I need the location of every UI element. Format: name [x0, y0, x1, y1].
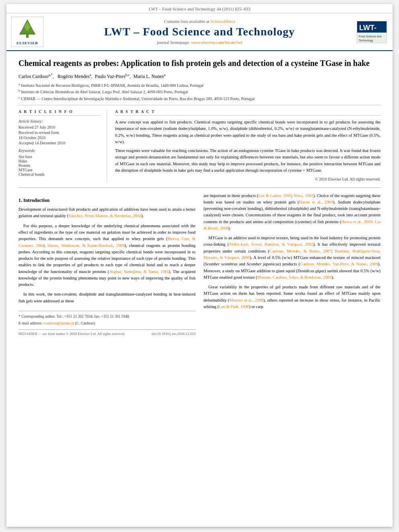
body-cols: 1. Introduction Development of restructu… [19, 193, 380, 339]
doi-text: doi:10.1016/j.lwt.2010.12.015 [152, 331, 195, 337]
keyword-5: Chemical bonds [19, 172, 101, 177]
lwt-logo-box: LWT- Food Science and Technology [356, 21, 388, 43]
revised-label: Received in revised form [19, 130, 101, 135]
footnote-corresponding: * Corresponding author. Tel.: +351 21 30… [19, 314, 195, 320]
citation-sanchez[interactable]: Sánchez, Pérez-Mateos, & Borderías, 2004 [68, 214, 141, 218]
history-label: Article history: [19, 119, 101, 123]
keyword-3: Protein [19, 163, 101, 168]
keyword-1: Sea bass [19, 154, 101, 159]
elsevier-logo: ELSEVIER [11, 16, 43, 47]
sciencedirect-line: Contents lists available at ScienceDirec… [43, 19, 356, 24]
received-date: Received 27 July 2010 [19, 125, 101, 129]
accepted-date: Accepted 14 December 2010 [19, 141, 101, 145]
citation-cardoso-2007[interactable]: Cardoso, Mendes, & Nunes, 2007 [269, 249, 331, 253]
body-divider [19, 187, 380, 188]
affiliations: a Instituto Nacional de Recursos Biológi… [19, 82, 380, 102]
affiliation-a: a Instituto Nacional de Recursos Biológi… [19, 82, 380, 88]
author-4: Maria L. Nunesa [134, 74, 166, 79]
abstract-para-2: These reagents were valuable for reachin… [115, 148, 380, 174]
author-2: Rogério Mendesa [58, 74, 91, 79]
journal-homepage: journal homepage: www.elsevier.com/locat… [43, 40, 356, 45]
elsevier-tree-icon [15, 18, 39, 39]
keyword-4: MTGase [19, 168, 101, 172]
citation-lee-lanier[interactable]: Lee & Lanier, 1995 [258, 193, 291, 198]
citation-havea-2009[interactable]: Havea, Watkinson, & Kuhn-Sherlock, 2009 [47, 243, 125, 248]
journal-header-top: LWT – Food Science and Technology 44 (20… [6, 4, 393, 13]
author-1: Carlos Cardosoa,* [19, 74, 53, 79]
right-para-2: MTGase is an additive used to improve te… [204, 235, 380, 281]
citation-asghar[interactable]: Asghar, Samejima, & Yasui, 1985 [109, 269, 169, 274]
banner-center: Contents lists available at ScienceDirec… [43, 19, 356, 45]
citation-cardoso-2009[interactable]: Cardoso, Mendes, Vaz-Pires, & Nunes, 200… [300, 262, 378, 266]
species-3: Dosidicus gigas [297, 269, 325, 273]
body-right-col: are important in these products (Lee & L… [204, 193, 380, 339]
svg-text:LWT-: LWT- [359, 24, 376, 32]
citation-havea-liu[interactable]: Havea et al., 2009; Liu & Hsieh, 2008 [204, 220, 380, 230]
article-info-col: A R T I C L E I N F O Article history: R… [19, 109, 107, 183]
species-2: Scomber japonicus [247, 262, 279, 266]
keywords-label: Keywords: [19, 148, 101, 153]
abstract-text: A new concept was applied to fish produc… [115, 119, 380, 183]
issn-text: 0023-6438/$ — see front matter © 2010 El… [19, 331, 125, 337]
article-info-label: A R T I C L E I N F O [19, 109, 101, 116]
intro-para-3: In this work, the non-covalent, disulphi… [19, 291, 195, 304]
svg-text:Food Science and: Food Science and [359, 35, 382, 38]
right-para-1: are important in these products (Lee & L… [204, 193, 380, 232]
elsevier-text: ELSEVIER [13, 41, 41, 45]
abstract-copyright: © 2010 Elsevier Ltd. All rights reserved… [115, 176, 380, 183]
abstract-para-1: A new concept was applied to fish produc… [115, 119, 380, 145]
page: LWT – Food Science and Technology 44 (20… [6, 4, 393, 527]
keyword-2: Hake [19, 159, 101, 163]
divider-1 [19, 105, 380, 105]
right-para-3: Great variability in the properties of g… [204, 284, 380, 310]
citation-havea-2009b[interactable]: Havea et al., 2009 [299, 200, 333, 204]
citation-moreno-2[interactable]: Moreno et al., 2009 [229, 298, 263, 302]
journal-info: LWT – Food Science and Technology 44 (20… [149, 6, 251, 11]
svg-text:Technology: Technology [359, 39, 373, 42]
footnote-email: E-mail address: ccardoso@ipimar.pt (C. C… [19, 320, 195, 327]
footer-bar: 0023-6438/$ — see front matter © 2010 El… [19, 329, 195, 339]
citation-lee-park[interactable]: Lee & Park, 1998 [219, 304, 249, 309]
article-content: Chemical reagents as probes: Application… [6, 51, 393, 347]
body-left-col: 1. Introduction Development of restructu… [19, 193, 195, 339]
affiliation-b: b Instituto de Ciências Biomédicas de Ab… [19, 88, 380, 95]
intro-heading: 1. Introduction [19, 197, 195, 204]
author-3: Paulo Vaz-Piresb,c [95, 74, 130, 79]
citation-niwa[interactable]: Niwa, 1992 [294, 193, 313, 198]
abstract-label: A B S T R A C T [115, 109, 380, 116]
citation-tellez[interactable]: Téllez-Luis, Uresti, Ramírez, & Vázquez,… [229, 242, 313, 246]
citation-moreno[interactable]: Moreno, Cardoso, Solas, & Borderías, 200… [257, 275, 332, 279]
intro-para-1: Development of restructured fish product… [19, 206, 195, 220]
species-1: Scomber scombrus [205, 262, 238, 266]
info-abstract-cols: A R T I C L E I N F O Article history: R… [19, 109, 380, 183]
affiliation-c: c CIIMAR — Centro Interdisciplinar de In… [19, 95, 380, 102]
article-title: Chemical reagents as probes: Application… [19, 58, 380, 69]
intro-para-2: For this purpose, a deeper knowledge of … [19, 223, 195, 288]
footnote-area: * Corresponding author. Tel.: +351 21 30… [19, 311, 195, 326]
email-link[interactable]: ccardoso@ipimar.pt [43, 321, 74, 325]
authors-line: Carlos Cardosoa,*, Rogério Mendesa, Paul… [19, 73, 380, 80]
revised-date: 18 October 2010 [19, 136, 101, 140]
sciencedirect-link[interactable]: ScienceDirect [210, 19, 235, 24]
homepage-link[interactable]: www.elsevier.com/locate/lwt [191, 40, 243, 45]
lwt-logo-image: LWT- Food Science and Technology [357, 21, 387, 43]
journal-banner: ELSEVIER Contents lists available at Sci… [6, 13, 393, 51]
journal-title-large: LWT – Food Science and Technology [43, 25, 356, 38]
abstract-col: A B S T R A C T A new concept was applie… [115, 109, 380, 183]
